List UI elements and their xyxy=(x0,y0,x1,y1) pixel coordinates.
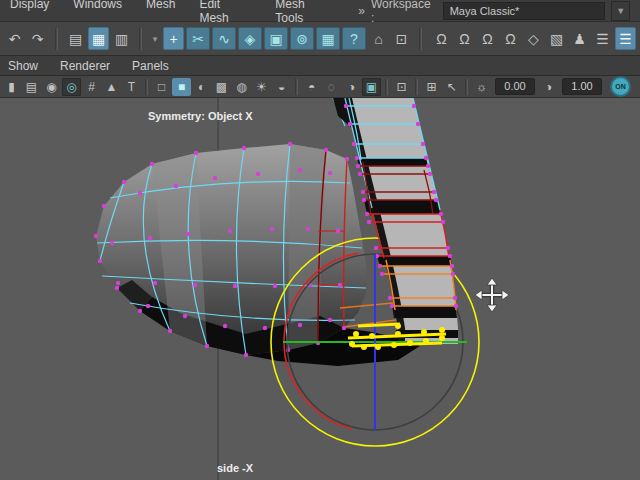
menu-mesh[interactable]: Mesh xyxy=(146,0,175,25)
snap-to-projected-center-icon[interactable]: Ω xyxy=(500,27,521,50)
image-plane-icon[interactable]: ▲ xyxy=(102,78,121,96)
contrast-icon[interactable]: ◑ xyxy=(539,78,558,96)
paint-select-icon[interactable]: ⊚ xyxy=(290,27,314,50)
menu-renderer[interactable]: Renderer xyxy=(60,59,110,73)
character-controls-icon[interactable]: ♟ xyxy=(569,27,590,50)
construction-history-icon[interactable]: ▧ xyxy=(546,27,567,50)
make-live-icon[interactable]: ◇ xyxy=(523,27,544,50)
textured-icon[interactable]: ◐ xyxy=(192,78,211,96)
separator xyxy=(419,28,422,50)
separator xyxy=(385,79,388,95)
gate-mask-icon[interactable]: ◎ xyxy=(62,78,81,96)
redo-icon[interactable]: ↷ xyxy=(27,27,48,50)
menu-show[interactable]: Show xyxy=(8,59,38,73)
isolate-select-icon[interactable]: ▣ xyxy=(362,78,381,96)
panel-toolbar: ▮▤◉◎#▲T□■◐▩◍☀◒◓◌◑▣⊡⊞↖☼ 0.00 ◑ 1.00 ON sR… xyxy=(0,76,640,98)
menu-mesh-tools[interactable]: Mesh Tools xyxy=(275,0,334,25)
panel-menu-bar: ShowRendererPanels xyxy=(0,56,640,76)
select-object-icon[interactable]: ▦ xyxy=(88,27,109,50)
shadows-icon[interactable]: ◒ xyxy=(272,78,291,96)
xray-icon[interactable]: ⊞ xyxy=(422,78,441,96)
lock-icon[interactable]: ⌂ xyxy=(368,27,389,50)
menu-windows[interactable]: Windows xyxy=(73,0,122,25)
select-hierarchy-icon[interactable]: ▤ xyxy=(65,27,86,50)
channel-box-icon[interactable]: ☰ xyxy=(592,27,613,50)
workspace-select[interactable]: Maya Classic* xyxy=(443,2,605,20)
snap-to-grids-icon[interactable]: Ω xyxy=(431,27,452,50)
plane-arrow-icon[interactable]: ↖ xyxy=(442,78,461,96)
separator xyxy=(55,28,58,50)
color-management-toggle[interactable]: ON xyxy=(610,76,631,97)
wireframe-icon[interactable]: □ xyxy=(152,78,171,96)
main-menus: DisplayWindowsMeshEdit MeshMesh Tools xyxy=(10,0,358,25)
workspace-dropdown-arrow-icon[interactable]: ▼ xyxy=(611,1,630,21)
move-cursor-icon xyxy=(475,278,509,312)
occlusion-icon[interactable]: ◓ xyxy=(302,78,321,96)
symmetry-status-label: Symmetry: Object X xyxy=(148,110,253,122)
status-line-toolbar: ↶↷▤▦▥▾+✂∿◈▣⊚▦?⌂⊡ΩΩΩΩ◇▧♟☰☰ xyxy=(0,22,640,56)
gamma-field[interactable]: 1.00 xyxy=(562,78,602,95)
lights-icon[interactable]: ☀ xyxy=(252,78,271,96)
workspace-group: » Workspace : Maya Classic* ▼ xyxy=(358,0,630,25)
separator xyxy=(295,79,298,95)
viewport-side-x[interactable]: Symmetry: Object X side -X xyxy=(0,98,640,480)
lasso-tool-icon[interactable]: ✂ xyxy=(186,27,210,50)
soft-select-icon[interactable]: ◈ xyxy=(238,27,262,50)
separator xyxy=(465,79,468,95)
viewport-select-icon[interactable]: ⊡ xyxy=(392,78,411,96)
menu-edit-mesh[interactable]: Edit Mesh xyxy=(199,0,251,25)
motion-blur-icon[interactable]: ◌ xyxy=(322,78,341,96)
help-icon[interactable]: ? xyxy=(342,27,366,50)
resolution-gate-icon[interactable]: # xyxy=(82,78,101,96)
viewport-canvas[interactable] xyxy=(0,98,640,480)
separator xyxy=(415,79,418,95)
snap-to-points-icon[interactable]: Ω xyxy=(477,27,498,50)
curve-tool-icon[interactable]: ∿ xyxy=(212,27,236,50)
exposure-field[interactable]: 0.00 xyxy=(495,78,535,95)
separator xyxy=(145,79,148,95)
move-tool-icon[interactable]: + xyxy=(163,27,184,50)
film-gate-icon[interactable]: ▤ xyxy=(22,78,41,96)
menu-panels[interactable]: Panels xyxy=(132,59,169,73)
separator xyxy=(139,28,142,50)
main-menu-bar: DisplayWindowsMeshEdit MeshMesh Tools » … xyxy=(0,0,640,22)
attribute-editor-icon[interactable]: ☰ xyxy=(615,27,636,50)
exposure-icon[interactable]: ☼ xyxy=(472,78,491,96)
workspace-label: Workspace : xyxy=(371,0,437,25)
texture-sphere-icon[interactable]: ◍ xyxy=(232,78,251,96)
field-chart-icon[interactable]: T xyxy=(122,78,141,96)
snap-to-curves-icon[interactable]: Ω xyxy=(454,27,475,50)
tool-options-caret-icon[interactable]: ▾ xyxy=(149,27,161,50)
undo-icon[interactable]: ↶ xyxy=(4,27,25,50)
camera-name-label: side -X xyxy=(217,462,253,474)
smooth-shade-icon[interactable]: ■ xyxy=(172,78,191,96)
highlight-select-icon[interactable]: ⊡ xyxy=(391,27,412,50)
marquee-select-icon[interactable]: ▣ xyxy=(264,27,288,50)
panel-menus: ShowRendererPanels xyxy=(8,59,191,73)
render-setup-icon[interactable]: ▦ xyxy=(316,27,340,50)
expand-toolbar-icon[interactable]: » xyxy=(358,4,365,18)
panel-layout-icon[interactable]: ▮ xyxy=(2,78,21,96)
camera-gate-icon[interactable]: ◉ xyxy=(42,78,61,96)
menu-display[interactable]: Display xyxy=(10,0,49,25)
multisample-icon[interactable]: ◑ xyxy=(342,78,361,96)
select-component-icon[interactable]: ▥ xyxy=(111,27,132,50)
use-default-material-icon[interactable]: ▩ xyxy=(212,78,231,96)
